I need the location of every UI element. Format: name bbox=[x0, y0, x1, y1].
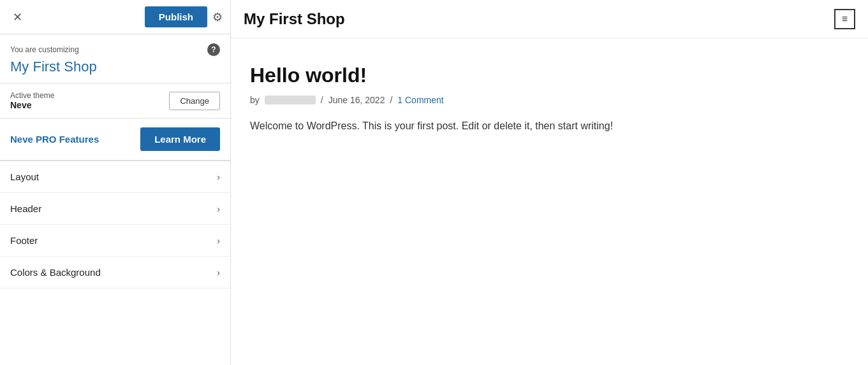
publish-button[interactable]: Publish bbox=[145, 6, 207, 27]
chevron-right-icon: › bbox=[217, 268, 220, 278]
top-bar: ✕ Publish ⚙ bbox=[0, 0, 230, 34]
menu-item-footer-label: Footer bbox=[10, 235, 38, 246]
preview-content: Hello world! by / June 16, 2022 / 1 Comm… bbox=[231, 38, 868, 365]
preview-panel: My First Shop ≡ Hello world! by / June 1… bbox=[231, 0, 868, 365]
chevron-right-icon: › bbox=[217, 172, 220, 182]
preview-header: My First Shop ≡ bbox=[231, 0, 868, 38]
learn-more-button[interactable]: Learn More bbox=[140, 127, 220, 151]
menu-item-header[interactable]: Header › bbox=[0, 193, 230, 225]
menu-item-colors-label: Colors & Background bbox=[10, 267, 101, 278]
meta-author-placeholder bbox=[265, 96, 316, 104]
customizing-section: You are customizing ? My First Shop bbox=[0, 34, 230, 83]
meta-divider-2: / bbox=[390, 95, 392, 105]
active-theme-label: Active theme bbox=[10, 91, 54, 100]
meta-comment-link[interactable]: 1 Comment bbox=[397, 95, 443, 105]
active-theme-section: Active theme Neve Change bbox=[0, 83, 230, 118]
pro-features-label: Neve PRO Features bbox=[10, 134, 99, 145]
hamburger-button[interactable]: ≡ bbox=[834, 9, 855, 29]
post-meta: by / June 16, 2022 / 1 Comment bbox=[250, 95, 849, 105]
post-title: Hello world! bbox=[250, 64, 849, 87]
preview-site-title: My First Shop bbox=[244, 10, 345, 28]
customizer-sidebar: ✕ Publish ⚙ You are customizing ? My Fir… bbox=[0, 0, 231, 365]
menu-item-footer[interactable]: Footer › bbox=[0, 225, 230, 257]
theme-name: Neve bbox=[10, 100, 54, 110]
shop-name: My First Shop bbox=[10, 59, 220, 75]
help-icon[interactable]: ? bbox=[207, 43, 220, 56]
close-button[interactable]: ✕ bbox=[8, 8, 27, 27]
customizing-label-row: You are customizing ? bbox=[10, 43, 220, 56]
menu-item-layout[interactable]: Layout › bbox=[0, 161, 230, 193]
customizing-text: You are customizing bbox=[10, 45, 79, 54]
meta-by: by bbox=[250, 95, 260, 105]
pro-banner: Neve PRO Features Learn More bbox=[0, 118, 230, 161]
menu-item-colors[interactable]: Colors & Background › bbox=[0, 257, 230, 289]
active-theme-info: Active theme Neve bbox=[10, 91, 54, 110]
menu-item-header-label: Header bbox=[10, 203, 41, 214]
menu-item-layout-label: Layout bbox=[10, 171, 39, 182]
chevron-right-icon: › bbox=[217, 236, 220, 246]
change-theme-button[interactable]: Change bbox=[169, 92, 220, 110]
meta-date: June 16, 2022 bbox=[328, 95, 385, 105]
chevron-right-icon: › bbox=[217, 204, 220, 214]
meta-divider-1: / bbox=[321, 95, 323, 105]
post-body: Welcome to WordPress. This is your first… bbox=[250, 118, 849, 134]
menu-list: Layout › Header › Footer › Colors & Back… bbox=[0, 161, 230, 365]
gear-button[interactable]: ⚙ bbox=[212, 10, 223, 24]
